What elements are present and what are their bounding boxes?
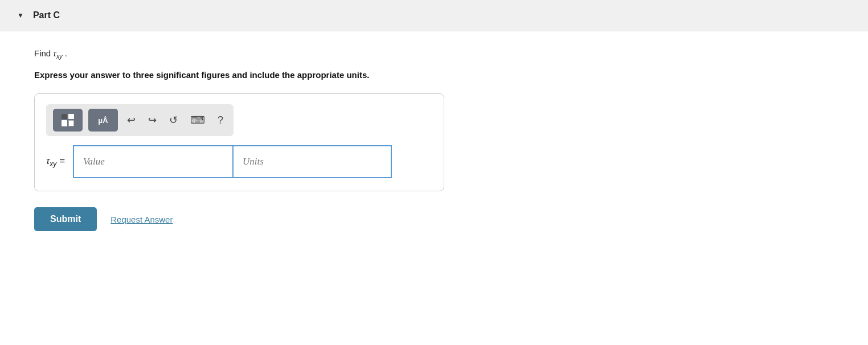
matrix-button[interactable]	[53, 109, 83, 132]
find-tau-label: Find τxy .	[34, 48, 834, 60]
submit-button[interactable]: Submit	[34, 207, 97, 231]
input-row: τxy =	[46, 145, 432, 178]
undo-icon: ↩	[127, 114, 136, 126]
content-area: Find τxy . Express your answer to three …	[0, 31, 868, 254]
tau-eq-label: τxy =	[46, 155, 65, 168]
tau-variable: τxy	[53, 48, 64, 58]
refresh-icon: ↺	[169, 114, 178, 126]
undo-button[interactable]: ↩	[124, 111, 139, 129]
units-btn-label: μÅ	[98, 116, 108, 125]
answer-container: μÅ ↩ ↪ ↺ ⌨	[34, 93, 444, 191]
help-button[interactable]: ?	[214, 111, 227, 129]
keyboard-button[interactable]: ⌨	[187, 111, 208, 129]
math-toolbar: μÅ ↩ ↪ ↺ ⌨	[46, 104, 234, 136]
units-button[interactable]: μÅ	[88, 109, 118, 132]
part-title: Part C	[33, 10, 60, 20]
redo-button[interactable]: ↪	[145, 111, 160, 129]
request-answer-button[interactable]: Request Answer	[110, 215, 173, 224]
action-row: Submit Request Answer	[34, 207, 834, 231]
page-wrapper: ▼ Part C Find τxy . Express your answer …	[0, 0, 868, 345]
keyboard-icon: ⌨	[190, 114, 205, 126]
help-icon: ?	[218, 114, 223, 126]
chevron-down-icon[interactable]: ▼	[17, 11, 24, 19]
units-input[interactable]	[232, 145, 392, 178]
reset-button[interactable]: ↺	[166, 111, 181, 129]
instructions-text: Express your answer to three significant…	[34, 70, 834, 80]
redo-icon: ↪	[148, 114, 157, 126]
part-header: ▼ Part C	[0, 0, 868, 31]
value-input[interactable]	[73, 145, 232, 178]
